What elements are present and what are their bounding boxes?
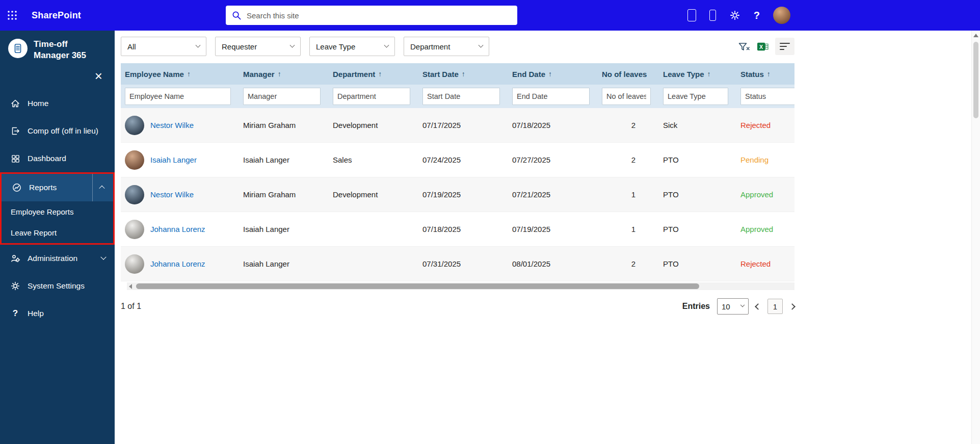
question-icon: ?	[10, 308, 20, 319]
clear-filter-button[interactable]	[738, 41, 750, 52]
filter-input-manager[interactable]	[243, 88, 321, 105]
reports-collapse-toggle[interactable]	[92, 174, 113, 201]
cell-leave-type: PTO	[659, 190, 736, 199]
employee-avatar	[125, 220, 144, 239]
requester-filter-dropdown[interactable]: Requester	[215, 37, 301, 56]
column-header-no-of-leaves[interactable]: No of leaves	[598, 70, 659, 79]
previous-page-button[interactable]	[755, 303, 761, 310]
sharepoint-brand[interactable]: SharePoint	[32, 10, 81, 21]
cell-department: Development	[329, 121, 418, 129]
leave-type-filter-dropdown[interactable]: Leave Type	[309, 37, 395, 56]
filter-input-start-date[interactable]	[422, 88, 500, 105]
cell-leave-type: Sick	[659, 121, 736, 129]
entries-label: Entries	[682, 302, 710, 311]
view-options-button[interactable]	[775, 38, 794, 55]
table-row[interactable]: Nestor Wilke Miriam Graham Development 0…	[121, 108, 794, 143]
sidebar-item-label: Dashboard	[28, 154, 66, 163]
employee-name-link[interactable]: Isaiah Langer	[150, 155, 197, 164]
horizontal-scroll-thumb[interactable]	[136, 283, 699, 289]
column-header-manager[interactable]: Manager ↑	[239, 70, 329, 79]
app-sidebar: Time-off Manager 365 × Home C	[0, 31, 115, 444]
filter-input-end-date[interactable]	[512, 88, 590, 105]
column-header-start-date[interactable]: Start Date ↑	[418, 70, 508, 79]
column-label: Start Date	[422, 70, 459, 79]
suite-icons: ?	[687, 0, 790, 31]
help-icon[interactable]: ?	[754, 10, 760, 21]
table-row[interactable]: Johanna Lorenz Isaiah Langer 07/18/2025 …	[121, 212, 794, 247]
sidebar-item-reports[interactable]: Reports	[2, 174, 113, 201]
export-excel-button[interactable]: X	[757, 41, 769, 52]
cell-no-of-leaves: 2	[598, 259, 659, 268]
sidebar-item-label: Home	[28, 99, 48, 108]
mobile-view-icon[interactable]	[709, 10, 716, 21]
vertical-scroll-thumb[interactable]	[973, 42, 978, 118]
search-icon	[232, 11, 242, 20]
close-icon[interactable]: ×	[95, 69, 102, 83]
sidebar-item-system-settings[interactable]: System Settings	[0, 272, 115, 300]
cell-start-date: 07/18/2025	[418, 225, 508, 233]
sort-arrow-icon: ↑	[707, 70, 711, 78]
horizontal-scrollbar[interactable]	[127, 282, 794, 290]
scroll-left-icon[interactable]	[129, 284, 132, 289]
cell-department: Development	[329, 190, 418, 199]
sidebar-item-home[interactable]: Home	[0, 90, 115, 117]
employee-name-link[interactable]: Nestor Wilke	[150, 121, 194, 129]
employee-avatar	[125, 254, 144, 274]
column-label: End Date	[512, 70, 545, 79]
cell-manager: Isaiah Langer	[239, 259, 329, 268]
user-avatar[interactable]	[773, 7, 790, 24]
cell-status: Rejected	[736, 121, 793, 129]
sharepoint-topbar: SharePoint ?	[0, 0, 980, 31]
page-number-button[interactable]: 1	[767, 299, 783, 314]
table-row[interactable]: Isaiah Langer Isaiah Langer Sales 07/24/…	[121, 143, 794, 177]
column-header-end-date[interactable]: End Date ↑	[508, 70, 598, 79]
sidebar-item-help[interactable]: ? Help	[0, 300, 115, 327]
employee-avatar	[125, 116, 144, 135]
column-header-department[interactable]: Department ↑	[329, 70, 418, 79]
view-filter-dropdown[interactable]: All	[121, 37, 206, 56]
filter-input-no-of-leaves[interactable]	[602, 88, 651, 105]
column-header-leave-type[interactable]: Leave Type ↑	[659, 70, 736, 79]
filter-clear-icon	[738, 41, 750, 52]
entries-value: 10	[722, 302, 730, 311]
cell-start-date: 07/24/2025	[418, 155, 508, 164]
site-search[interactable]	[226, 6, 517, 25]
cell-start-date: 07/19/2025	[418, 190, 508, 199]
admin-people-icon	[10, 253, 20, 264]
column-header-status[interactable]: Status ↑	[736, 70, 793, 79]
sidebar-item-administration[interactable]: Administration	[0, 245, 115, 272]
settings-gear-icon[interactable]	[729, 10, 740, 21]
entries-per-page-dropdown[interactable]: 10	[717, 298, 749, 315]
sidebar-item-leave-report[interactable]: Leave Report	[2, 222, 113, 243]
column-label: Manager	[243, 70, 275, 79]
sidebar-item-dashboard[interactable]: Dashboard	[0, 145, 115, 172]
table-row[interactable]: Nestor Wilke Miriam Graham Development 0…	[121, 177, 794, 212]
sort-arrow-icon: ↑	[548, 70, 552, 78]
column-header-employee-name[interactable]: Employee Name ↑	[121, 70, 239, 79]
administration-expand-toggle[interactable]	[94, 245, 115, 272]
svg-text:X: X	[759, 43, 763, 49]
department-filter-dropdown[interactable]: Department	[404, 37, 489, 56]
search-input[interactable]	[247, 11, 511, 20]
filter-input-leave-type[interactable]	[663, 88, 728, 105]
home-icon	[10, 98, 20, 109]
sidebar-item-employee-reports[interactable]: Employee Reports	[2, 201, 113, 222]
chevron-up-icon	[99, 186, 104, 191]
employee-name-link[interactable]: Nestor Wilke	[150, 190, 194, 199]
table-row[interactable]: Johanna Lorenz Isaiah Langer 07/31/2025 …	[121, 247, 794, 281]
scroll-up-icon[interactable]	[973, 34, 978, 37]
filter-input-employee-name[interactable]	[125, 88, 231, 105]
sidebar-item-label: Comp off (off in lieu)	[28, 126, 98, 136]
tablet-view-icon[interactable]	[687, 9, 696, 21]
employee-name-link[interactable]: Johanna Lorenz	[150, 225, 205, 233]
cell-no-of-leaves: 1	[598, 225, 659, 233]
filter-input-status[interactable]	[740, 88, 794, 105]
filter-input-department[interactable]	[333, 88, 410, 105]
cell-manager: Miriam Graham	[239, 121, 329, 129]
employee-name-link[interactable]: Johanna Lorenz	[150, 259, 205, 268]
cell-manager: Isaiah Langer	[239, 155, 329, 164]
sidebar-item-comp-off[interactable]: Comp off (off in lieu)	[0, 117, 115, 145]
app-launcher-button[interactable]	[0, 0, 24, 31]
vertical-scrollbar[interactable]	[971, 31, 980, 444]
next-page-button[interactable]	[789, 303, 796, 310]
